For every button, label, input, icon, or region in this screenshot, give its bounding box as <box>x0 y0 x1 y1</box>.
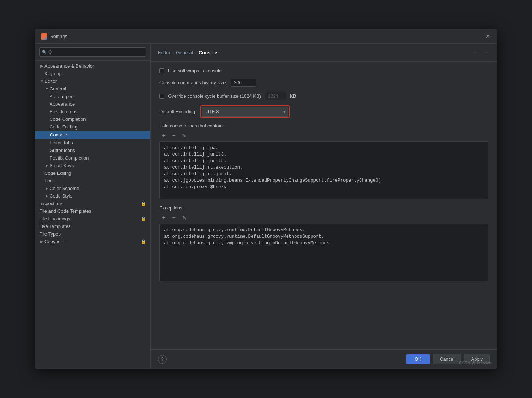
sidebar-item-console[interactable]: Console <box>35 131 150 139</box>
breadcrumb-editor: Editor <box>158 50 170 55</box>
buffer-checkbox[interactable] <box>159 94 164 99</box>
sidebar-item-label: Code Folding <box>50 124 77 130</box>
history-label: Console commands history size: <box>159 80 227 85</box>
sidebar-item-font[interactable]: Font <box>35 177 150 185</box>
sidebar-item-label: Smart Keys <box>50 163 74 168</box>
encoding-row: Default Encoding: UTF-8 UTF-16 ISO-8859-… <box>159 105 488 118</box>
encoding-select-wrap: UTF-8 UTF-16 ISO-8859-1 US-ASCII windows… <box>200 105 290 118</box>
exception-item: at org.codehaus.groovy.runtime.DefaultGr… <box>161 227 486 233</box>
soft-wraps-checkbox[interactable] <box>159 68 164 73</box>
close-button[interactable]: ✕ <box>484 33 491 40</box>
ok-button[interactable]: OK <box>406 354 430 364</box>
buffer-unit: KB <box>290 93 296 99</box>
encoding-select-wrapper: UTF-8 UTF-16 ISO-8859-1 US-ASCII windows… <box>202 107 288 117</box>
lock-icon: 🔒 <box>141 239 146 244</box>
fold-list: at com.intellij.jpa. at com.intellij.jun… <box>159 141 488 199</box>
sidebar-item-code-folding[interactable]: Code Folding <box>35 123 150 131</box>
expand-arrow: ▶ <box>39 239 44 244</box>
breadcrumb-sep-1: › <box>172 50 174 55</box>
cancel-button[interactable]: Cancel <box>433 354 461 364</box>
bottom-bar: ? OK Cancel Apply <box>151 349 497 369</box>
sidebar-item-copyright[interactable]: ▶ Copyright 🔒 <box>35 238 150 245</box>
app-icon <box>41 33 47 40</box>
exceptions-edit-button[interactable]: ✎ <box>180 213 188 222</box>
history-size-row: Console commands history size: <box>159 79 488 87</box>
sidebar-item-code-editing[interactable]: Code Editing <box>35 169 150 177</box>
lock-icon: 🔒 <box>141 216 146 221</box>
sidebar-item-code-completion[interactable]: Code Completion <box>35 115 150 123</box>
breadcrumb-bar: Editor › General › Console ← → <box>151 44 497 62</box>
fold-item: at com.intellij.junit5. <box>161 158 486 164</box>
sidebar-item-file-types[interactable]: File Types <box>35 230 150 238</box>
sidebar-item-label: File Types <box>39 231 61 237</box>
fold-item: at com.intellij.rt.junit. <box>161 171 486 177</box>
expand-arrow: ▶ <box>44 163 50 168</box>
main-content: 🔍 ▶ Appearance & Behavior Keymap ▼ <box>35 44 497 369</box>
fold-section: Fold console lines that contain: + − ✎ a… <box>159 123 488 199</box>
sidebar-item-label: Console <box>50 132 67 137</box>
nav-arrows: ← → <box>471 49 490 56</box>
sidebar-item-inspections[interactable]: Inspections 🔒 <box>35 200 150 207</box>
sidebar-item-label: Appearance <box>50 101 75 107</box>
history-input[interactable] <box>231 79 256 87</box>
sidebar-item-keymap[interactable]: Keymap <box>35 70 150 77</box>
search-input[interactable] <box>39 47 146 57</box>
encoding-select[interactable]: UTF-8 UTF-16 ISO-8859-1 US-ASCII windows… <box>202 107 288 117</box>
sidebar-item-smart-keys[interactable]: ▶ Smart Keys <box>35 162 150 169</box>
sidebar-item-appearance[interactable]: Appearance <box>35 100 150 108</box>
breadcrumb-sep-2: › <box>195 50 197 55</box>
sidebar-item-label: Breadcrumbs <box>50 109 77 114</box>
fold-remove-button[interactable]: − <box>170 131 178 140</box>
sidebar-item-editor[interactable]: ▼ Editor <box>35 77 150 85</box>
nav-back-button[interactable]: ← <box>471 49 479 56</box>
sidebar-item-label: Gutter Icons <box>50 148 75 153</box>
right-panel: Editor › General › Console ← → Use soft … <box>151 44 497 369</box>
sidebar: 🔍 ▶ Appearance & Behavior Keymap ▼ <box>35 44 151 369</box>
sidebar-item-label: Postfix Completion <box>50 155 89 161</box>
sidebar-item-editor-tabs[interactable]: Editor Tabs <box>35 139 150 147</box>
sidebar-item-breadcrumbs[interactable]: Breadcrumbs <box>35 108 150 115</box>
nav-forward-button[interactable]: → <box>482 49 490 56</box>
help-button[interactable]: ? <box>158 355 167 364</box>
buffer-input[interactable] <box>265 92 286 100</box>
sidebar-item-label: Editor <box>44 79 57 84</box>
sidebar-item-code-style[interactable]: ▶ Code Style <box>35 192 150 200</box>
sidebar-item-auto-import[interactable]: Auto Import <box>35 93 150 100</box>
apply-button[interactable]: Apply <box>464 354 490 364</box>
search-wrap: 🔍 <box>39 47 146 57</box>
exceptions-add-button[interactable]: + <box>159 213 168 222</box>
expand-arrow: ▶ <box>39 64 44 69</box>
sidebar-item-color-scheme[interactable]: ▶ Color Scheme <box>35 185 150 192</box>
sidebar-item-live-templates[interactable]: Live Templates <box>35 223 150 230</box>
panel-content: Use soft wraps in console Console comman… <box>151 62 497 349</box>
exception-item: at org.codehaus.groovy.runtime.DefaultGr… <box>161 233 486 240</box>
sidebar-item-general[interactable]: ▼ General <box>35 85 150 93</box>
fold-toolbar: + − ✎ <box>159 131 488 140</box>
breadcrumb-general: General <box>176 50 193 55</box>
sidebar-item-label: Editor Tabs <box>50 140 73 145</box>
sidebar-item-postfix-completion[interactable]: Postfix Completion <box>35 154 150 162</box>
dialog-title: Settings <box>50 34 484 39</box>
sidebar-item-label: Color Scheme <box>50 186 79 191</box>
sidebar-item-file-encodings[interactable]: File Encodings 🔒 <box>35 215 150 223</box>
sidebar-item-file-code-templates[interactable]: File and Code Templates <box>35 207 150 215</box>
fold-item: at com.intellij.junit3. <box>161 151 486 158</box>
sidebar-item-gutter-icons[interactable]: Gutter Icons <box>35 147 150 154</box>
fold-label: Fold console lines that contain: <box>159 123 488 128</box>
breadcrumb-console: Console <box>199 50 217 55</box>
settings-dialog: Settings ✕ 🔍 ▶ Appearance & Behavior <box>35 29 497 369</box>
tree-area: ▶ Appearance & Behavior Keymap ▼ Editor … <box>35 61 150 369</box>
sidebar-item-label: Font <box>44 178 54 183</box>
fold-item: at com.jgoodies.binding.beans.ExtendedPr… <box>161 177 486 184</box>
exceptions-remove-button[interactable]: − <box>170 213 178 222</box>
fold-item: at com.sun.proxy.$Proxy <box>161 184 486 190</box>
fold-add-button[interactable]: + <box>159 131 168 140</box>
fold-edit-button[interactable]: ✎ <box>180 131 188 140</box>
sidebar-item-appearance-behavior[interactable]: ▶ Appearance & Behavior <box>35 62 150 70</box>
exceptions-list: at org.codehaus.groovy.runtime.DefaultGr… <box>159 224 488 281</box>
sidebar-item-label: Code Style <box>50 193 73 199</box>
encoding-label: Default Encoding: <box>159 109 197 114</box>
exception-item: at org.codehaus.groovy.vmplugin.v5.Plugi… <box>161 240 486 246</box>
soft-wraps-label: Use soft wraps in console <box>168 68 222 73</box>
expand-arrow: ▶ <box>44 194 50 199</box>
